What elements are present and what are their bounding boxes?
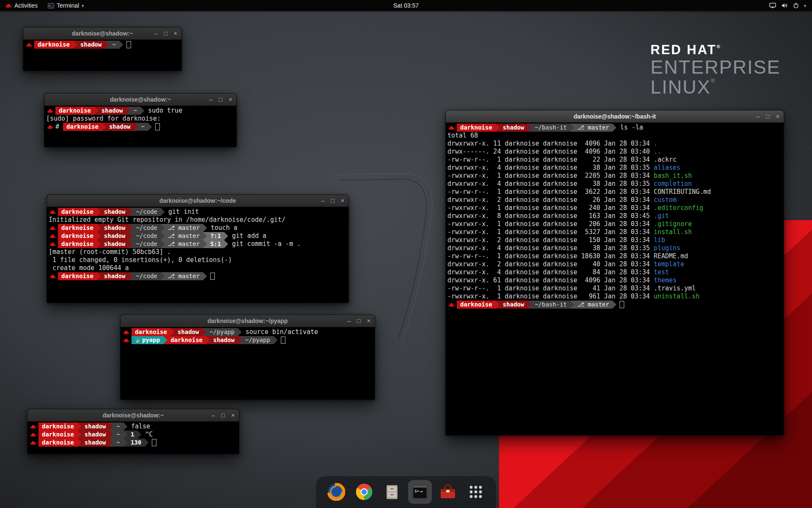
maximize-button[interactable]: □ xyxy=(221,412,225,418)
prompt-segment-git: ⎇ master xyxy=(165,240,203,248)
dock-item-apps[interactable] xyxy=(464,480,488,504)
minimize-button[interactable]: – xyxy=(757,113,760,119)
prompt-segment-path: ~/code xyxy=(132,224,161,232)
minimize-button[interactable]: – xyxy=(209,97,213,102)
powerline-separator-icon xyxy=(73,41,77,49)
dock-item-files[interactable] xyxy=(380,480,404,504)
terminal-text: create mode 100644 a xyxy=(49,264,129,272)
prompt-segment-user: darknoise xyxy=(38,439,77,447)
ls-entry-meta: drwxrwxr-x. 4 darknoise darknoise 38 Jan… xyxy=(447,180,654,188)
ls-entry-meta: drwxrwxr-x. 4 darknoise darknoise 38 Jan… xyxy=(447,244,654,252)
dock: $> xyxy=(316,476,496,508)
ls-entry-meta: drwxrwxr-x. 4 darknoise darknoise 84 Jan… xyxy=(447,268,654,276)
ls-entry-meta: drwxrwxr-x. 2 darknoise darknoise 150 Ja… xyxy=(447,236,654,244)
prompt-segment-path: ~ xyxy=(109,41,119,49)
file-name: .travis.yml xyxy=(654,284,696,293)
toolbox-icon xyxy=(439,483,457,501)
terminal-line: -rw-rw-r--. 1 darknoise darknoise 3622 J… xyxy=(447,188,782,196)
terminal-cursor xyxy=(152,439,156,446)
terminal-body[interactable]: darknoiseshadow~/bash-it⎇ master ls -lat… xyxy=(446,123,783,435)
redhat-prompt-icon xyxy=(26,43,32,47)
prompt-segment-host: shadow xyxy=(101,240,129,248)
system-status-area[interactable]: ▾ xyxy=(763,0,812,11)
window-titlebar[interactable]: darknoise@shadow:~/bash-it–□× xyxy=(446,110,784,123)
file-name: README.md xyxy=(654,252,688,260)
terminal-app-icon: >_ xyxy=(48,3,54,8)
window-title: darknoise@shadow:~ xyxy=(72,30,133,37)
registered-mark: ® xyxy=(716,44,721,49)
minimize-button[interactable]: – xyxy=(212,412,215,418)
powerline-separator-icon xyxy=(161,208,165,216)
powerline-separator-icon xyxy=(105,41,109,49)
powerline-separator-icon xyxy=(94,107,98,115)
powerline-separator-icon xyxy=(97,224,101,232)
minimize-button[interactable]: – xyxy=(321,198,325,204)
prompt-segment-host: shadow xyxy=(101,208,129,216)
terminal-line: create mode 100644 a xyxy=(49,264,347,272)
file-name: CONTRIBUTING.md xyxy=(654,188,711,196)
minimize-button[interactable]: – xyxy=(348,318,351,324)
window-titlebar[interactable]: darknoise@shadow:~–□× xyxy=(23,28,181,40)
dock-item-toolbox[interactable] xyxy=(436,480,460,504)
redhat-prompt-icon xyxy=(30,425,36,429)
maximize-button[interactable]: □ xyxy=(766,113,769,119)
close-button[interactable]: × xyxy=(231,412,235,418)
prompt-segment-path: ~/code xyxy=(132,240,161,248)
close-button[interactable]: × xyxy=(367,318,370,324)
dock-item-firefox[interactable] xyxy=(324,480,348,504)
window-titlebar[interactable]: darknoise@shadow:~/pyapp–□× xyxy=(121,315,375,327)
window-titlebar[interactable]: darknoise@shadow:~–□× xyxy=(44,94,236,106)
file-name: .ackrc xyxy=(654,156,677,164)
window-titlebar[interactable]: darknoise@shadow:~–□× xyxy=(27,409,239,422)
terminal-body[interactable]: darknoiseshadow~ sudo true[sudo] passwor… xyxy=(45,106,236,146)
terminal-icon: $> xyxy=(411,483,429,501)
prompt-segment-venv: pyapp xyxy=(132,336,163,344)
file-name: test xyxy=(654,268,669,276)
close-button[interactable]: × xyxy=(341,198,344,204)
chevron-down-icon: ▾ xyxy=(82,3,84,8)
prompt-segment-git: ⎇ master xyxy=(574,301,612,309)
dock-item-chrome[interactable] xyxy=(352,480,376,504)
powerline-separator-icon xyxy=(97,272,101,280)
prompt-segment-path: ~ xyxy=(113,422,123,431)
terminal-cursor xyxy=(281,337,285,344)
powerline-separator-icon xyxy=(123,439,127,447)
app-menu-terminal[interactable]: >_ Terminal ▾ xyxy=(43,0,89,11)
terminal-line: drwx------. 24 darknoise darknoise 4096 … xyxy=(447,148,782,156)
redhat-brand-logo: RED HAT® ENTERPRISE LINUX® xyxy=(650,42,781,97)
ls-entry-meta: -rwxrwxr-x. 1 darknoise darknoise 206 Ja… xyxy=(447,220,654,228)
activities-button[interactable]: Activities xyxy=(0,0,43,11)
terminal-body[interactable]: darknoiseshadow~ xyxy=(24,40,181,70)
svg-text:>_: >_ xyxy=(49,4,52,8)
powerline-separator-icon xyxy=(126,107,130,115)
close-button[interactable]: × xyxy=(174,30,177,36)
maximize-button[interactable]: □ xyxy=(357,318,360,324)
close-button[interactable]: × xyxy=(776,113,779,119)
ls-entry-meta: drwx------. 24 darknoise darknoise 4096 … xyxy=(447,148,654,156)
file-name: bash_it.sh xyxy=(654,172,692,180)
terminal-window-bash-it: darknoise@shadow:~/bash-it–□×darknoisesh… xyxy=(445,110,784,436)
powerline-separator-icon xyxy=(203,272,207,280)
maximize-button[interactable]: □ xyxy=(219,97,222,102)
prompt-segment-git: ⎇ master xyxy=(574,124,612,132)
maximize-button[interactable]: □ xyxy=(331,198,334,204)
prompt-segment-host: shadow xyxy=(210,336,238,344)
command-text: touch a xyxy=(207,224,237,232)
terminal-line: -rwxrwxr-x. 1 darknoise darknoise 2205 J… xyxy=(447,172,782,180)
dock-item-terminal[interactable]: $> xyxy=(408,480,432,504)
close-button[interactable]: × xyxy=(229,97,232,102)
file-name: plugins xyxy=(654,244,680,252)
prompt-segment-path: ~ xyxy=(130,107,140,115)
terminal-line: total 68 xyxy=(447,132,782,140)
terminal-line: -rwxrwxr-x. 1 darknoise darknoise 5327 J… xyxy=(447,228,782,236)
terminal-body[interactable]: darknoiseshadow~ falsedarknoiseshadow~1 … xyxy=(28,422,239,453)
powerline-separator-icon xyxy=(77,422,81,431)
maximize-button[interactable]: □ xyxy=(164,30,167,36)
terminal-body[interactable]: darknoiseshadow~/pyapp source bin/activa… xyxy=(121,327,374,399)
clock[interactable]: Sat 03:57 xyxy=(393,2,419,9)
powerline-separator-icon xyxy=(202,328,206,336)
minimize-button[interactable]: – xyxy=(154,30,158,36)
window-titlebar[interactable]: darknoise@shadow:~/code–□× xyxy=(47,195,348,207)
terminal-body[interactable]: darknoiseshadow~/code git initInitialize… xyxy=(47,207,348,302)
prompt-segment-path: ~/bash-it xyxy=(531,301,570,309)
